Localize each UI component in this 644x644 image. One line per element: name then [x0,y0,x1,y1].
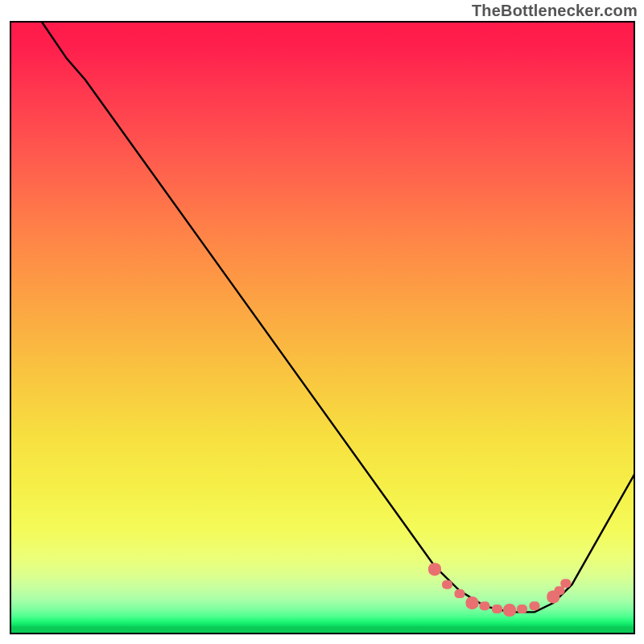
plot-background [10,22,634,634]
curve-marker [560,579,571,588]
curve-marker [428,563,441,576]
curve-marker [492,605,502,613]
curve-marker [442,580,452,589]
watermark-text: TheBottlenecker.com [472,2,638,20]
chart-container: TheBottlenecker.com [0,0,644,644]
curve-marker [455,589,465,598]
bottleneck-curve-chart [0,0,644,644]
curve-marker [517,605,527,613]
curve-marker [503,604,516,617]
curve-marker [530,601,540,610]
curve-marker [466,597,479,609]
curve-marker [555,586,565,595]
curve-marker [480,601,490,610]
